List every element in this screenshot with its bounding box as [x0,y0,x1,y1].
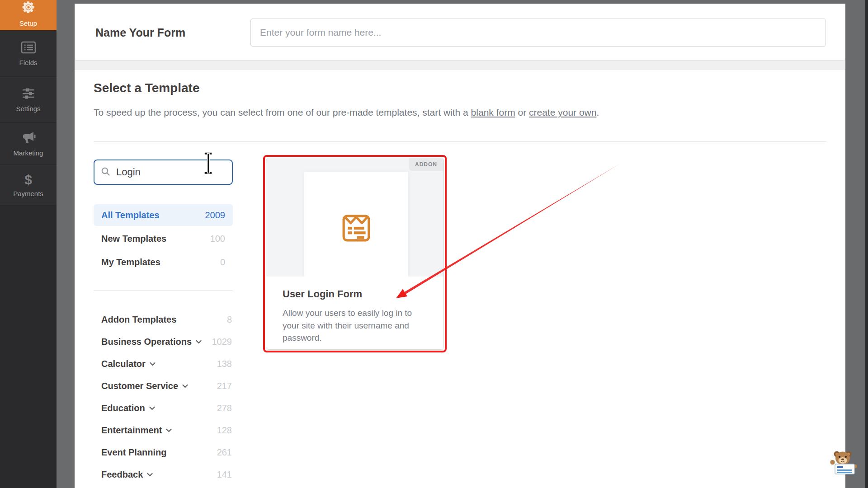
category-list: Addon Templates 8 Business Operations 10… [94,309,233,486]
builder-sidebar: Setup Fields Settings [0,0,57,488]
sidebar-item-fields[interactable]: Fields [0,31,57,77]
nav-item-my-templates[interactable]: My Templates 0 [94,251,233,273]
category-calculator[interactable]: Calculator 138 [94,353,233,375]
sliders-icon [21,87,36,102]
form-name-input[interactable] [250,19,826,47]
chevron-down-icon [182,384,188,388]
sidebar-item-label: Marketing [14,149,43,157]
category-addon-templates[interactable]: Addon Templates 8 [94,309,233,331]
gear-icon [21,0,36,16]
template-filter-column: Login All Templates 2009 New Templates 1… [94,160,233,486]
chevron-down-icon [147,473,153,477]
template-title: User Login Form [283,288,431,300]
red-annotation-box: ADDON User Login Form Allow your users t… [263,155,447,352]
dollar-icon: $ [24,173,32,187]
megaphone-icon [21,131,36,146]
form-name-header: Name Your Form [75,4,845,61]
template-search-input[interactable]: Login [94,160,233,185]
nav-item-new-templates[interactable]: New Templates 100 [94,228,233,249]
chevron-down-icon [196,340,202,344]
category-education[interactable]: Education 278 [94,397,233,419]
count-badge: 100 [210,234,225,244]
sidebar-item-settings[interactable]: Settings [0,77,57,123]
create-your-own-link[interactable]: create your own [529,107,596,117]
chevron-down-icon [166,428,172,432]
count-badge: 0 [220,257,225,267]
template-card-user-login-form[interactable]: ADDON User Login Form Allow your users t… [266,158,444,350]
sidebar-item-payments[interactable]: $ Payments [0,165,57,206]
category-entertainment[interactable]: Entertainment 128 [94,419,233,441]
count-badge: 2009 [205,210,226,221]
setup-panel: Name Your Form Select a Template To spee… [75,4,845,488]
sidebar-item-marketing[interactable]: Marketing [0,123,57,165]
sidebar-item-label: Fields [19,59,37,66]
section-heading: Select a Template [94,81,199,95]
sidebar-item-label: Payments [13,190,43,197]
list-divider [94,290,233,291]
category-feedback[interactable]: Feedback 141 [94,464,233,486]
section-divider [94,141,826,142]
blank-form-link[interactable]: blank form [471,107,515,117]
search-query-text: Login [116,166,141,178]
template-card-text: User Login Form Allow your users to easi… [266,277,443,349]
addon-badge: ADDON [409,158,443,171]
template-nav-list: All Templates 2009 New Templates 100 My … [94,204,233,273]
category-event-planning[interactable]: Event Planning 261 [94,441,233,464]
template-select-section: Select a Template To speed up the proces… [75,70,845,488]
form-fields-icon [21,41,36,56]
search-icon [101,167,110,178]
sidebar-filler [0,206,57,488]
sidebar-item-label: Setup [19,19,37,27]
page-title: Name Your Form [95,4,185,61]
template-description: Allow your users to easily log in to you… [283,307,431,344]
sidebar-item-label: Settings [16,105,40,113]
chevron-down-icon [150,362,156,366]
window-edge-strip [865,0,868,488]
section-description: To speed up the process, you can select … [94,107,599,118]
category-customer-service[interactable]: Customer Service 217 [94,375,233,397]
sidebar-item-setup[interactable]: Setup [0,0,57,31]
nav-item-all-templates[interactable]: All Templates 2009 [94,204,233,226]
template-preview-sheet [304,172,408,280]
chevron-down-icon [149,406,155,410]
category-business-operations[interactable]: Business Operations 1029 [94,331,233,353]
